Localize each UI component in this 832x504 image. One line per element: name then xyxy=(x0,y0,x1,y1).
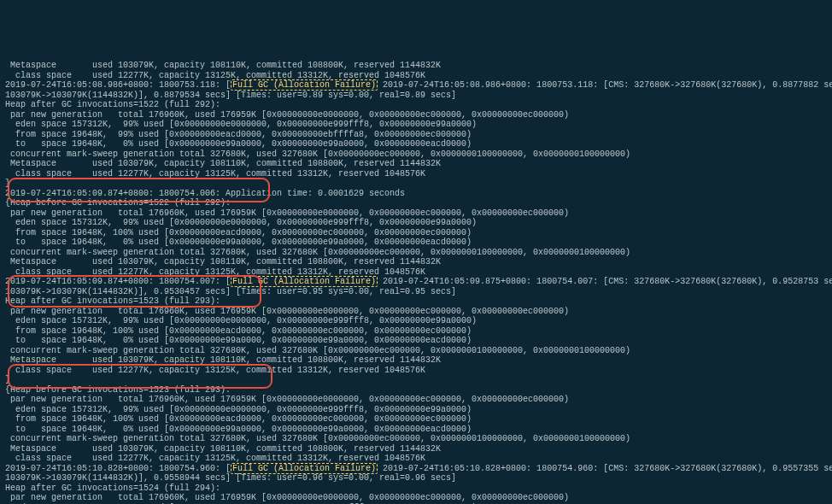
log-line: } xyxy=(5,179,10,188)
log-line: par new generation total 176960K, used 1… xyxy=(5,208,569,218)
log-line: to space 19648K, 0% used [0x00000000e99a… xyxy=(5,425,472,434)
log-line: Metaspace used 103079K, capacity 108110K… xyxy=(5,355,441,365)
log-line: 2019-07-24T16:05:10.828+0800: 1800754.96… xyxy=(5,463,832,474)
log-line: } xyxy=(5,375,10,384)
log-line: to space 19648K, 0% used [0x00000000e99a… xyxy=(5,336,472,345)
log-line: {Heap before GC invocations=1523 (full 2… xyxy=(5,385,231,395)
log-line: Heap after GC invocations=1524 (full 294… xyxy=(5,483,220,493)
log-line: concurrent mark-sweep generation total 3… xyxy=(5,248,630,257)
log-line: 2019-07-24T16:05:09.874+0800: 1800754.00… xyxy=(5,276,832,287)
log-line: eden space 157312K, 99% used [0x00000000… xyxy=(5,120,477,129)
log-line: 103079K->103079K(1144832K)], 0.8879534 s… xyxy=(5,91,456,100)
log-line: eden space 157312K, 99% used [0x00000000… xyxy=(5,218,477,227)
log-line: class space used 12277K, capacity 13125K… xyxy=(5,169,425,179)
log-line: eden space 157312K, 99% used [0x00000000… xyxy=(5,405,472,414)
log-line: 103079K->103079K(1144832K)], 0.9558944 s… xyxy=(5,473,456,483)
log-line: concurrent mark-sweep generation total 3… xyxy=(5,434,630,443)
log-line: par new generation total 176960K, used 1… xyxy=(5,307,569,316)
log-line: class space used 12277K, capacity 13125K… xyxy=(5,366,425,375)
log-line: class space used 12277K, capacity 13125K… xyxy=(5,71,425,80)
log-line: from space 19648K, 100% used [0x00000000… xyxy=(5,228,472,237)
log-line: {Heap before GC invocations=1522 (full 2… xyxy=(5,198,231,208)
log-line: Heap after GC invocations=1522 (full 292… xyxy=(5,100,220,109)
log-line: eden space 157312K, 99% used [0x00000000… xyxy=(5,316,477,325)
log-line: class space used 12277K, capacity 13125K… xyxy=(5,267,425,277)
log-line: Metaspace used 103079K, capacity 108110K… xyxy=(5,257,441,267)
log-line: Metaspace used 103079K, capacity 108110K… xyxy=(5,444,441,454)
log-line: 2019-07-24T16:05:09.874+0800: 1800754.00… xyxy=(5,189,405,198)
log-line: par new generation total 176960K, used 1… xyxy=(5,395,569,404)
log-line: par new generation total 176960K, used 1… xyxy=(5,493,569,502)
log-line: concurrent mark-sweep generation total 3… xyxy=(5,149,630,159)
log-line: Heap after GC invocations=1523 (full 293… xyxy=(5,296,220,306)
log-line: Metaspace used 103079K, capacity 108110K… xyxy=(5,61,441,70)
log-line: to space 19648K, 0% used [0x00000000e99a… xyxy=(5,237,472,247)
log-line: Metaspace used 103079K, capacity 108110K… xyxy=(5,159,441,168)
log-line: concurrent mark-sweep generation total 3… xyxy=(5,346,630,355)
full-gc-highlight: Full GC (Allocation Failure) xyxy=(231,79,378,91)
full-gc-highlight: Full GC (Allocation Failure) xyxy=(231,276,378,287)
full-gc-highlight: Full GC (Allocation Failure) xyxy=(231,463,378,474)
gc-log-terminal[interactable]: Metaspace used 103079K, capacity 108110K… xyxy=(0,50,832,505)
log-line: 103079K->103079K(1144832K)], 0.9530457 s… xyxy=(5,287,456,296)
log-line: from space 19648K, 99% used [0x00000000e… xyxy=(5,130,472,139)
log-line: 2019-07-24T16:05:08.986+0800: 1800753.11… xyxy=(5,79,832,91)
log-line: from space 19648K, 100% used [0x00000000… xyxy=(5,326,472,336)
log-line: par new generation total 176960K, used 1… xyxy=(5,110,569,120)
log-line: class space used 12277K, capacity 13125K… xyxy=(5,454,425,463)
log-line: to space 19648K, 0% used [0x00000000e99a… xyxy=(5,139,472,149)
log-line: from space 19648K, 100% used [0x00000000… xyxy=(5,414,472,424)
